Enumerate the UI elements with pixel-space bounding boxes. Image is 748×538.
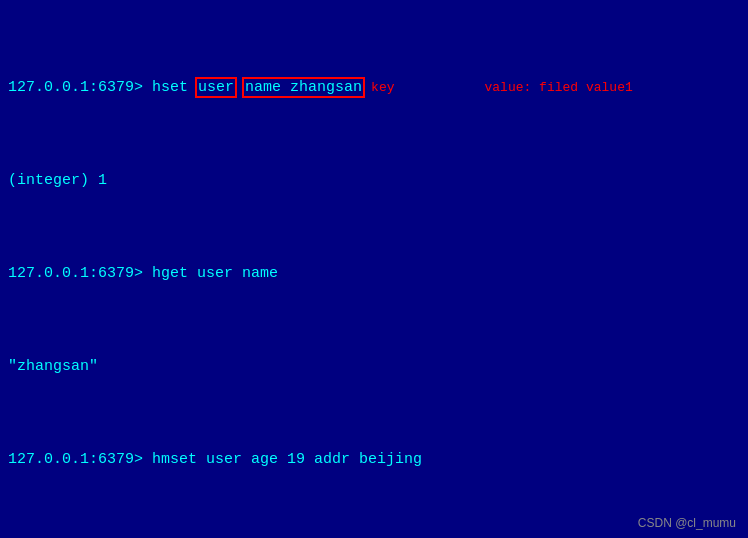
line-4: "zhangsan" bbox=[8, 355, 740, 378]
prompt-1: 127.0.0.1:6379> bbox=[8, 79, 152, 96]
cmd-hmset: hmset user age 19 addr beijing bbox=[152, 451, 422, 468]
line-3: 127.0.0.1:6379> hget user name bbox=[8, 262, 740, 285]
cmd-hget: hget user name bbox=[152, 265, 278, 282]
terminal: 127.0.0.1:6379> hset user name zhangsank… bbox=[0, 0, 748, 538]
prompt-5: 127.0.0.1:6379> bbox=[8, 451, 152, 468]
line-5: 127.0.0.1:6379> hmset user age 19 addr b… bbox=[8, 448, 740, 471]
annotation-key: key bbox=[371, 80, 394, 95]
line-2: (integer) 1 bbox=[8, 169, 740, 192]
zhangsan-result: "zhangsan" bbox=[8, 358, 98, 375]
line-1: 127.0.0.1:6379> hset user name zhangsank… bbox=[8, 76, 740, 99]
annotation-value: value: filed value1 bbox=[485, 80, 633, 95]
csdn-label: CSDN @cl_mumu bbox=[638, 516, 736, 530]
integer-1: (integer) 1 bbox=[8, 172, 107, 189]
cmd-hset: hset user name zhangsan bbox=[152, 79, 363, 96]
prompt-3: 127.0.0.1:6379> bbox=[8, 265, 152, 282]
name-zhangsan-highlight: name zhangsan bbox=[244, 79, 363, 96]
user-highlight: user bbox=[197, 79, 235, 96]
